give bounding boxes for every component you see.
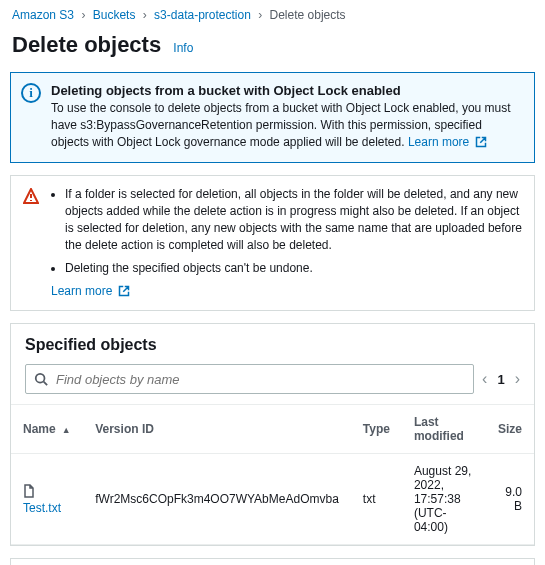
col-size[interactable]: Size [486,405,534,454]
object-lock-info-alert: i Deleting objects from a bucket with Ob… [10,72,535,163]
objects-table: Name▲ Version ID Type Last modified Size… [11,404,534,545]
warning-icon [23,188,39,208]
col-modified[interactable]: Last modified [402,405,486,454]
object-size: 9.0 B [486,454,534,545]
file-icon [23,484,35,501]
warning-bullet: If a folder is selected for deletion, al… [65,186,522,253]
breadcrumb-link[interactable]: Buckets [93,8,136,22]
search-input-wrap[interactable] [25,364,474,394]
search-input[interactable] [54,371,465,388]
object-type: txt [351,454,402,545]
chevron-right-icon: › [258,8,262,22]
col-type[interactable]: Type [351,405,402,454]
chevron-right-icon: › [143,8,147,22]
table-row: Test.txt fWr2Msc6COpFk3m4OO7WYAbMeAdOmvb… [11,454,534,545]
learn-more-link[interactable]: Learn more [51,284,130,298]
external-link-icon [475,136,487,153]
sort-asc-icon: ▲ [62,425,71,435]
search-icon [34,372,48,386]
svg-point-0 [36,374,45,383]
object-modified: August 29, 2022, 17:57:38 (UTC-04:00) [402,454,486,545]
next-page-button[interactable]: › [515,370,520,388]
info-icon: i [21,83,41,103]
page-title: Delete objects Info [12,32,533,58]
specified-objects-heading: Specified objects [11,324,534,364]
svg-line-1 [44,382,48,386]
alert-title: Deleting objects from a bucket with Obje… [51,83,522,98]
page-number: 1 [497,372,504,387]
object-version: fWr2Msc6COpFk3m4OO7WYAbMeAdOmvba [83,454,351,545]
alert-body: To use the console to delete objects fro… [51,100,522,152]
breadcrumb-link[interactable]: Amazon S3 [12,8,74,22]
learn-more-link[interactable]: Learn more [408,135,487,149]
external-link-icon [118,285,130,300]
specified-objects-panel: Specified objects ‹ 1 › Name▲ Version ID… [10,323,535,546]
info-link[interactable]: Info [173,41,193,55]
object-name-link[interactable]: Test.txt [23,501,61,515]
breadcrumb-link[interactable]: s3-data-protection [154,8,251,22]
breadcrumb: Amazon S3 › Buckets › s3-data-protection… [0,0,545,26]
pagination: ‹ 1 › [482,370,520,388]
breadcrumb-current: Delete objects [270,8,346,22]
confirm-delete-panel: Permanently delete objects? To confirm d… [10,558,535,565]
col-version[interactable]: Version ID [83,405,351,454]
warning-bullet: Deleting the specified objects can't be … [65,260,522,277]
prev-page-button[interactable]: ‹ [482,370,487,388]
confirm-heading: Permanently delete objects? [11,559,534,565]
col-name[interactable]: Name▲ [11,405,83,454]
chevron-right-icon: › [81,8,85,22]
delete-warning-alert: If a folder is selected for deletion, al… [10,175,535,311]
